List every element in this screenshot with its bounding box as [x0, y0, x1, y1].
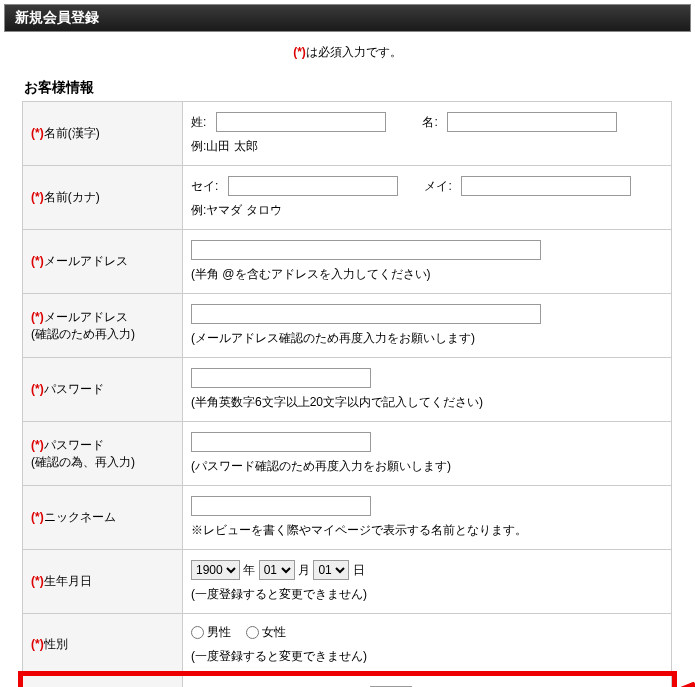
row-name-kanji-field: 姓: 名: 例:山田 太郎 [183, 102, 672, 166]
page-title-bar: 新規会員登録 [4, 4, 691, 32]
password-confirm-input[interactable] [191, 432, 371, 452]
row-name-kanji-label: (*)名前(漢字) [23, 102, 183, 166]
row-birthday-field: 1900 年 01 月 01 日 (一度登録すると変更できません) [183, 550, 672, 614]
customer-form-table: (*)名前(漢字) 姓: 名: 例:山田 太郎 (*)名前(カナ) セイ: メイ… [22, 101, 672, 687]
row-name-kana-field: セイ: メイ: 例:ヤマダ タロウ [183, 166, 672, 230]
row-name-kana-label: (*)名前(カナ) [23, 166, 183, 230]
row-nickname-label: (*)ニックネーム [23, 486, 183, 550]
firstname-kana-input[interactable] [461, 176, 631, 196]
row-nickname-field: ※レビューを書く際やマイページで表示する名前となります。 [183, 486, 672, 550]
lastname-kanji-input[interactable] [216, 112, 386, 132]
gender-male-option[interactable]: 男性 [191, 624, 231, 641]
row-gender-label: (*)性別 [23, 614, 183, 676]
lastname-kana-input[interactable] [228, 176, 398, 196]
gender-female-option[interactable]: 女性 [246, 624, 286, 641]
row-invite-label: 招待コード [23, 676, 183, 688]
gender-female-radio[interactable] [246, 626, 259, 639]
row-invite-field: 確認 [183, 676, 672, 688]
row-password-confirm-field: (パスワード確認のため再度入力をお願いします) [183, 422, 672, 486]
invite-code-row-highlight: 招待コード 確認 [23, 676, 672, 688]
page-title: 新規会員登録 [15, 9, 99, 25]
birthday-year-select[interactable]: 1900 [191, 560, 240, 580]
row-password-field: (半角英数字6文字以上20文字以内で記入してください) [183, 358, 672, 422]
email-input[interactable] [191, 240, 541, 260]
row-email-field: (半角 @を含むアドレスを入力してください) [183, 230, 672, 294]
row-birthday-label: (*)生年月日 [23, 550, 183, 614]
gender-male-radio[interactable] [191, 626, 204, 639]
row-email-label: (*)メールアドレス [23, 230, 183, 294]
password-input[interactable] [191, 368, 371, 388]
section-customer-title: お客様情報 [0, 79, 695, 101]
row-gender-field: 男性 女性 (一度登録すると変更できません) [183, 614, 672, 676]
email-confirm-input[interactable] [191, 304, 541, 324]
birthday-day-select[interactable]: 01 [313, 560, 349, 580]
row-email-confirm-label: (*)メールアドレス (確認のため再入力) [23, 294, 183, 358]
row-password-confirm-label: (*)パスワード (確認の為、再入力) [23, 422, 183, 486]
firstname-kanji-input[interactable] [447, 112, 617, 132]
row-email-confirm-field: (メールアドレス確認のため再度入力をお願いします) [183, 294, 672, 358]
birthday-month-select[interactable]: 01 [259, 560, 295, 580]
nickname-input[interactable] [191, 496, 371, 516]
row-password-label: (*)パスワード [23, 358, 183, 422]
arrow-left-icon [643, 682, 695, 687]
required-note: (*)は必須入力です。 [0, 36, 695, 79]
required-mark: (*) [293, 45, 306, 59]
